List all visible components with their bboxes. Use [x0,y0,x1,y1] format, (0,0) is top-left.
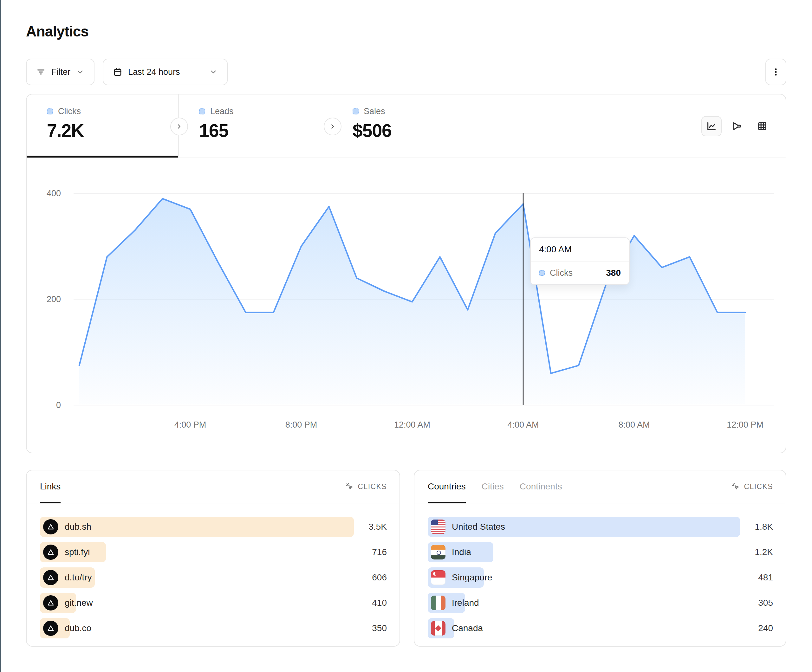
line-chart-icon [706,121,717,131]
clicks-value: 7.2K [47,120,178,141]
x-axis-label: 12:00 PM [720,420,771,430]
chevron-right-icon [329,123,336,130]
tooltip-time: 4:00 AM [531,238,629,261]
tab-links[interactable]: Links [40,471,61,503]
row-label: dub.co [65,623,91,633]
sg-flag-icon [431,570,445,585]
sales-series-swatch [353,108,358,114]
links-metric-button[interactable]: CLICKS [345,471,387,503]
row-content: d.to/try [43,567,92,588]
tab-cities[interactable]: Cities [482,471,504,503]
toolbar: Filter Last 24 hours [26,59,786,85]
row-value: 716 [354,547,387,557]
chart-type-toolbar [701,94,786,157]
us-flag-icon [431,520,445,534]
row-label: d.to/try [65,573,92,583]
line-chart-toggle-button[interactable] [701,116,722,136]
row-value: 350 [354,623,387,633]
row-label: United States [452,522,505,532]
grid-table-icon [757,121,768,131]
link-row-dub.co[interactable]: dub.co350 [40,618,387,638]
row-value: 481 [740,573,773,583]
dub-logo-icon [43,621,58,636]
row-label: spti.fyi [65,547,90,557]
ca-flag-icon [431,621,445,636]
row-content: United States [431,517,505,537]
x-axis-label: 8:00 PM [276,420,327,430]
link-row-dub.sh[interactable]: dub.sh3.5K [40,517,387,537]
funnel-chart-toggle-button[interactable] [727,116,747,136]
bar-area: spti.fyi [40,542,354,562]
filter-icon [36,67,46,77]
filter-button[interactable]: Filter [26,59,94,85]
sales-value: $506 [353,120,466,141]
funnel-chart-icon [732,121,742,131]
row-content: Ireland [431,593,479,613]
tooltip-series-swatch [539,270,545,276]
expand-leads-button[interactable] [170,118,188,135]
bar-area: dub.co [40,618,354,638]
x-axis-label: 8:00 AM [609,420,660,430]
link-row-git.new[interactable]: git.new410 [40,593,387,613]
country-row-Ireland[interactable]: Ireland305 [428,593,773,613]
link-row-d.to/try[interactable]: d.to/try606 [40,567,387,588]
row-label: Singapore [452,573,492,583]
row-value: 1.2K [740,547,773,557]
breakdown-panels: Links CLICKS dub.sh3.5Kspti.fyi716d.to/t… [26,470,786,646]
stats-tabs: Clicks 7.2K Leads 165 Sales $506 [27,94,786,158]
bar-area: Ireland [428,593,740,613]
tab-clicks[interactable]: Clicks 7.2K [27,94,179,157]
leads-series-swatch [199,108,205,114]
dub-logo-icon [43,570,58,585]
clicks-timeseries-chart[interactable]: 02004004:00 PM8:00 PM12:00 AM4:00 AM8:00… [27,158,786,453]
bar-area: d.to/try [40,567,354,588]
row-content: git.new [43,593,93,613]
chart-canvas[interactable] [73,193,774,406]
bar-area: India [428,542,740,562]
table-toggle-button[interactable] [752,116,773,136]
dub-logo-icon [43,595,58,611]
tooltip-series-value: 380 [606,268,621,278]
y-axis-label: 400 [27,188,61,200]
row-content: dub.co [43,618,91,638]
link-row-spti.fyi[interactable]: spti.fyi716 [40,542,387,562]
expand-sales-button[interactable] [324,118,341,135]
more-options-button[interactable] [765,59,786,85]
tab-countries[interactable]: Countries [428,471,466,503]
y-axis-label: 200 [27,293,61,305]
row-label: git.new [65,598,93,608]
x-axis-label: 4:00 AM [498,420,549,430]
row-label: Ireland [452,598,479,608]
chart-tooltip: 4:00 AM Clicks 380 [530,237,630,285]
left-accent-strip [0,0,1,672]
tab-continents[interactable]: Continents [520,471,562,503]
x-axis-label: 12:00 AM [387,420,438,430]
row-label: India [452,547,471,557]
tab-sales[interactable]: Sales $506 [332,94,466,157]
dub-logo-icon [43,519,58,534]
row-value: 606 [354,573,387,583]
countries-metric-button[interactable]: CLICKS [732,471,773,503]
date-range-button[interactable]: Last 24 hours [103,59,228,85]
country-row-United States[interactable]: United States1.8K [428,517,773,537]
bar-area: Singapore [428,567,740,588]
bar-area: United States [428,517,740,537]
page-title: Analytics [26,23,89,40]
row-value: 3.5K [354,522,387,532]
row-content: spti.fyi [43,542,90,562]
country-row-Singapore[interactable]: Singapore481 [428,567,773,588]
in-flag-icon [431,545,445,559]
leads-value: 165 [199,120,332,141]
bar-area: git.new [40,593,354,613]
clicks-series-swatch [47,108,53,114]
tab-leads[interactable]: Leads 165 [179,94,332,157]
country-row-India[interactable]: India1.2K [428,542,773,562]
links-panel: Links CLICKS dub.sh3.5Kspti.fyi716d.to/t… [26,470,400,646]
chevron-down-icon [76,68,84,76]
tooltip-series-label: Clicks [550,268,573,278]
calendar-icon [113,67,123,77]
bar-area: Canada [428,618,740,638]
row-content: dub.sh [43,517,91,537]
country-row-Canada[interactable]: Canada240 [428,618,773,638]
row-content: Canada [431,618,483,638]
